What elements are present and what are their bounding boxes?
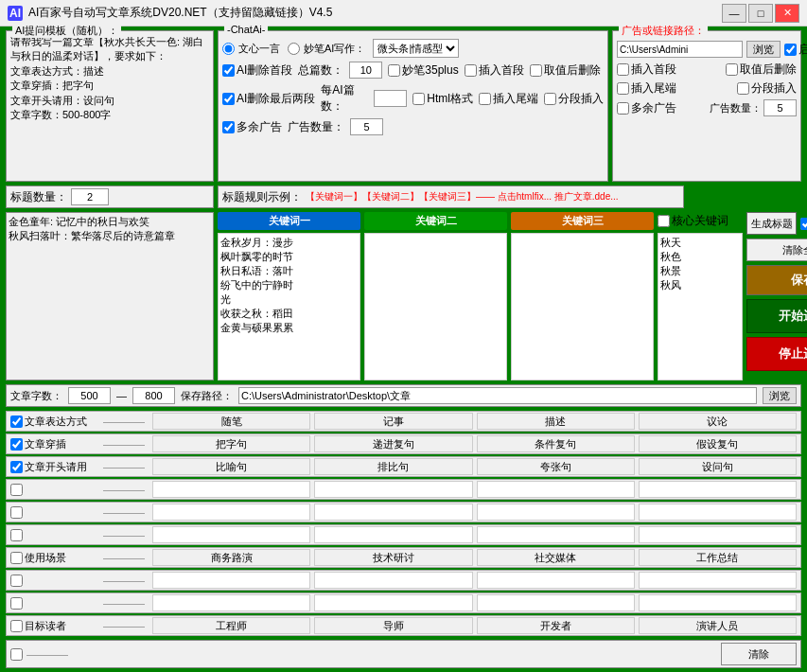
ad-multi-ad[interactable]: 多余广告 [617, 100, 676, 116]
clear-all-button[interactable]: 清除全部 [746, 239, 807, 261]
option-item-1-1[interactable]: 递进复句 [314, 435, 472, 452]
option-check-9[interactable]: 目标读者 [10, 619, 96, 633]
chatai-row2: AI删除首段 总篇数： 妙笔35plus 插入首段 取值后删除 [222, 62, 604, 79]
ad-insert-first[interactable]: 插入首段 [617, 62, 676, 78]
random-title-check[interactable]: 随机标题 [800, 216, 807, 232]
ai-delete-last-check[interactable]: AI删除最后两段 [222, 91, 315, 107]
option-item-2-0[interactable]: 比喻句 [152, 458, 310, 475]
title-count-label: 标题数量： [10, 189, 67, 205]
option-item-9-1[interactable]: 导师 [314, 617, 472, 634]
gen-title-button[interactable]: 生成标题 [746, 212, 797, 235]
start-button[interactable]: 开始运行 [746, 299, 807, 333]
insert-tail-check[interactable]: 插入尾端 [479, 91, 538, 107]
option-item-1-0[interactable]: 把字句 [152, 435, 310, 452]
html-format-check[interactable]: Html格式 [412, 91, 473, 107]
app-icon: AI [8, 6, 23, 21]
option-item-0-0[interactable]: 随笔 [152, 413, 310, 430]
total-count-input[interactable] [349, 62, 382, 79]
option-checkbox-4[interactable] [10, 506, 23, 519]
option-check-4[interactable] [10, 506, 96, 519]
core-kw-textarea[interactable]: 秋天 秋色 秋景 秋风 [658, 233, 743, 380]
wordcount-min-input[interactable] [68, 387, 111, 404]
option-checkbox-0[interactable] [10, 416, 23, 428]
insert-first-check[interactable]: 插入首段 [465, 62, 524, 79]
option-checkbox-7[interactable] [10, 575, 23, 587]
ad-path-input[interactable] [617, 41, 743, 58]
multi-ad-check[interactable]: 多余广告 [222, 119, 282, 135]
option-check-8[interactable] [10, 597, 96, 610]
save-path-input[interactable] [238, 387, 757, 404]
option-checkbox-6[interactable] [10, 552, 23, 564]
ad-count-input2[interactable] [763, 99, 797, 116]
option-item-6-2[interactable]: 社交媒体 [477, 549, 635, 566]
ai-style-select[interactable]: 微头条|情感型 微头条|科技型 微头条|生活型 [373, 39, 459, 58]
option-row-4: ———— [6, 502, 801, 522]
clear-button[interactable]: 清除 [721, 643, 797, 665]
option-check-6[interactable]: 使用场景 [10, 551, 96, 565]
option-row-0: 文章表达方式————随笔记事描述议论 [6, 411, 801, 432]
option-item-0-3[interactable]: 议论 [639, 413, 797, 430]
option-checkbox-2[interactable] [10, 461, 23, 473]
option-row-2: 文章开头请用————比喻句排比句夸张句设问句 [6, 456, 801, 477]
option-item-9-3[interactable]: 演讲人员 [639, 617, 797, 634]
maximize-button[interactable]: □ [748, 4, 773, 23]
stop-button[interactable]: 停止运行 [746, 337, 807, 371]
keyword-title-area: 金色童年: 记忆中的秋日与欢笑 秋风扫落叶：繁华落尽后的诗意篇章 关键词一 关键… [6, 212, 801, 380]
option-item-9-2[interactable]: 开发者 [477, 617, 635, 634]
option-checkbox-9[interactable] [10, 620, 23, 632]
option-item-2-2[interactable]: 夸张句 [477, 458, 635, 475]
radio-miaobiao[interactable]: 妙笔AI写作： [288, 42, 365, 56]
ad-browse-button[interactable]: 浏览 [746, 41, 781, 58]
option-item-0-1[interactable]: 记事 [314, 413, 472, 430]
option-checkbox-3[interactable] [10, 484, 23, 496]
ad-insert-tail[interactable]: 插入尾端 [617, 80, 676, 97]
title-textarea-section: 金色童年: 记忆中的秋日与欢笑 秋风扫落叶：繁华落尽后的诗意篇章 [6, 212, 214, 380]
option-item-0-2[interactable]: 描述 [477, 413, 635, 430]
option-item-9-0[interactable]: 工程师 [152, 617, 310, 634]
wordcount-max-input[interactable] [132, 387, 175, 404]
option-item-6-3[interactable]: 工作总结 [639, 549, 797, 566]
ai-delete-first-check[interactable]: AI删除首段 [222, 62, 292, 79]
close-button[interactable]: ✕ [775, 4, 799, 23]
delete-after-check[interactable]: 取值后删除 [530, 62, 601, 79]
ad-split-insert[interactable]: 分段插入 [737, 80, 797, 97]
kw1-textarea[interactable]: 金秋岁月：漫步 枫叶飘零的时节 秋日私语：落叶 纷飞中的宁静时 光 收获之秋：稻… [218, 233, 360, 380]
ad-count-input[interactable] [350, 118, 383, 135]
option-check-1[interactable]: 文章穿插 [10, 437, 96, 451]
option-item-6-0[interactable]: 商务路演 [152, 549, 310, 566]
option-row-5: ———— [6, 524, 801, 545]
option-item-2-3[interactable]: 设问句 [639, 458, 797, 475]
option-item-2-1[interactable]: 排比句 [314, 458, 472, 475]
radio-wenxin[interactable]: 文心一言 [222, 42, 280, 56]
bottom-check[interactable] [10, 648, 23, 661]
option-check-3[interactable] [10, 484, 96, 496]
split-insert-check[interactable]: 分段插入 [544, 91, 604, 107]
option-check-0[interactable]: 文章表达方式 [10, 415, 96, 429]
ai-prompt-textarea[interactable]: 请帮我写一篇文章【秋水共长天一色: 湖白与秋日的温柔对话】，要求如下： 文章表达… [10, 35, 209, 168]
option-item-1-2[interactable]: 条件复句 [477, 435, 635, 452]
save-path-browse-button[interactable]: 浏览 [763, 387, 797, 404]
option-checkbox-8[interactable] [10, 597, 23, 610]
minimize-button[interactable]: — [722, 4, 746, 23]
option-item-1-3[interactable]: 假设复句 [639, 435, 797, 452]
title-count-input[interactable] [71, 188, 109, 205]
core-kw-check[interactable]: 核心关键词 [658, 213, 743, 229]
option-check-5[interactable] [10, 529, 96, 541]
ad-option-row-3: 多余广告 广告数量： [617, 99, 797, 116]
each-ai-count-input[interactable] [374, 90, 407, 107]
option-item-3-0 [152, 481, 310, 498]
ad-enable-check[interactable]: 启用 [784, 42, 807, 58]
kw3-textarea[interactable] [511, 233, 654, 380]
ad-delete-after[interactable]: 取值后删除 [726, 62, 797, 78]
option-checkbox-1[interactable] [10, 438, 23, 451]
option-check-2[interactable]: 文章开头请用 [10, 460, 96, 474]
option-item-6-1[interactable]: 技术研讨 [314, 549, 472, 566]
miaobio35-check[interactable]: 妙笔35plus [388, 62, 458, 79]
chatai-section: -ChatAi- 文心一言 妙笔AI写作： 微头条|情感型 微头条|科技型 微头… [218, 30, 608, 182]
title-textarea[interactable]: 金色童年: 记忆中的秋日与欢笑 秋风扫落叶：繁华落尽后的诗意篇章 [7, 213, 213, 380]
kw2-textarea[interactable] [364, 233, 507, 380]
title-bar: AI AI百家号自动写文章系统DV20.NET（支持留隐藏链接）V4.5 — □… [0, 0, 807, 27]
option-checkbox-5[interactable] [10, 529, 23, 541]
option-check-7[interactable] [10, 575, 96, 587]
save-button[interactable]: 保存 [746, 265, 807, 295]
